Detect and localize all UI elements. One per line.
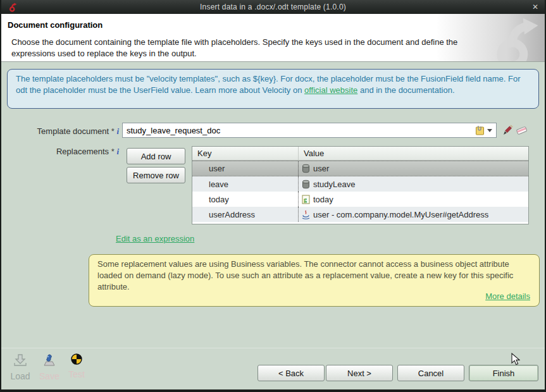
template-document-label-text: Template document: [37, 126, 109, 136]
remove-row-button[interactable]: Remove row: [127, 167, 185, 183]
required-marker: *: [111, 126, 115, 136]
back-button[interactable]: < Back: [257, 365, 325, 381]
value-text: user: [313, 164, 329, 173]
chevron-down-icon: [487, 129, 492, 132]
info-text-after: and in the documentation.: [357, 85, 454, 95]
erase-expression-button[interactable]: [515, 123, 529, 137]
edit-as-expression-link[interactable]: Edit as an expression: [116, 234, 194, 243]
document-note-icon: [475, 125, 485, 135]
close-icon[interactable]: ✕: [532, 2, 538, 12]
load-configuration-button[interactable]: Load: [4, 353, 37, 381]
table-row[interactable]: user user: [192, 161, 528, 176]
eraser-icon: [516, 125, 528, 135]
template-document-label: Template document * i: [1, 126, 119, 137]
table-row[interactable]: leave studyLeave: [192, 176, 528, 192]
required-marker: *: [111, 147, 115, 156]
load-label: Load: [4, 371, 37, 381]
replacements-label: Replacements * i: [1, 147, 119, 157]
wizard-header: Document configuration Choose the docume…: [1, 14, 545, 62]
add-row-button[interactable]: Add row: [127, 148, 185, 164]
table-row[interactable]: userAddress user - com.company.model.MyU…: [192, 207, 528, 222]
value-column-header: Value: [298, 147, 528, 160]
value-text: today: [313, 195, 333, 204]
next-button[interactable]: Next >: [326, 365, 393, 381]
test-icon: [70, 353, 83, 368]
expression-type-dropdown[interactable]: [475, 125, 496, 135]
key-column-header: Key: [192, 147, 298, 160]
value-cell[interactable]: studyLeave: [298, 176, 528, 192]
value-cell[interactable]: user: [298, 161, 528, 176]
test-configuration-button[interactable]: Test: [60, 353, 93, 379]
bonita-logo-icon: [9, 3, 17, 12]
info-marker-icon[interactable]: i: [116, 147, 119, 156]
value-cell[interactable]: g today: [298, 192, 528, 207]
cancel-button[interactable]: Cancel: [397, 365, 464, 381]
key-cell[interactable]: userAddress: [192, 207, 298, 222]
business-variable-warning-box: Some replacement values are using Busine…: [89, 254, 540, 307]
load-icon: [13, 353, 28, 368]
pencil-icon: [502, 125, 513, 136]
velocity-info-box: The template placeholders must be "veloc…: [7, 69, 539, 109]
finish-button[interactable]: Finish: [469, 365, 538, 381]
page-title: Document configuration: [8, 20, 102, 30]
groovy-script-icon: g: [302, 195, 310, 204]
key-cell[interactable]: user: [192, 161, 298, 176]
value-cell[interactable]: user - com.company.model.MyUser#getAddre…: [298, 207, 528, 222]
bonita-watermark-icon: [494, 16, 540, 62]
key-cell[interactable]: today: [192, 192, 298, 207]
page-description: Choose the document containing the templ…: [11, 37, 476, 59]
table-row[interactable]: today g today: [192, 192, 528, 207]
official-website-link[interactable]: official website: [304, 85, 357, 95]
warning-text: Some replacement values are using Busine…: [97, 259, 513, 291]
template-document-input[interactable]: study_leave_request_doc: [122, 123, 497, 138]
edit-expression-pencil-button[interactable]: [500, 123, 514, 137]
key-cell[interactable]: leave: [192, 176, 298, 192]
svg-text:g: g: [304, 196, 307, 203]
java-method-icon: [302, 210, 310, 219]
save-icon: [42, 353, 57, 368]
mouse-cursor: [511, 353, 520, 366]
business-variable-icon: [302, 164, 310, 173]
business-variable-icon: [302, 180, 310, 189]
value-text: user - com.company.model.MyUser#getAddre…: [313, 210, 488, 219]
replacements-label-text: Replacements: [56, 147, 109, 156]
replacements-table: Key Value user user leave studyLeave: [192, 146, 529, 224]
dialog-window: Insert data in a .docx/.odt template (1.…: [0, 0, 546, 392]
value-text: studyLeave: [313, 180, 356, 189]
titlebar: Insert data in a .docx/.odt template (1.…: [0, 0, 546, 14]
footer-separator: [1, 348, 545, 348]
template-document-value[interactable]: study_leave_request_doc: [123, 126, 475, 135]
info-marker-icon[interactable]: i: [116, 126, 119, 136]
test-label: Test: [60, 369, 93, 379]
table-header: Key Value: [192, 147, 528, 161]
window-title: Insert data in a .docx/.odt template (1.…: [0, 3, 546, 11]
more-details-link[interactable]: More details: [485, 291, 530, 302]
